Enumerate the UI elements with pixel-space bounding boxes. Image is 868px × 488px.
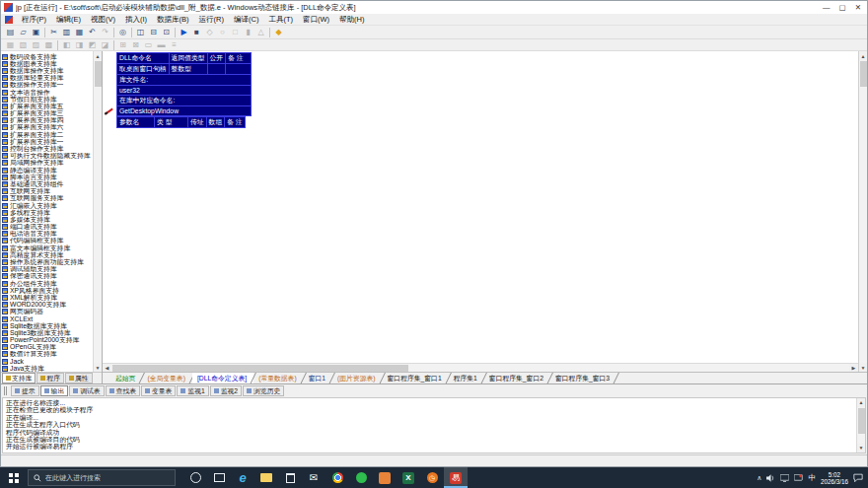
corner-tool-icon[interactable]: ◩ <box>86 39 99 51</box>
run-icon[interactable]: ▶ <box>178 27 190 38</box>
scroll-thumb[interactable] <box>112 365 408 372</box>
editor-tab[interactable]: (全局变量表) <box>142 373 192 383</box>
library-item[interactable]: Sqlite3数据库支持库 <box>2 329 92 336</box>
scroll-right-icon[interactable]: ▶ <box>849 364 858 373</box>
output-tab[interactable]: 监视1 <box>177 385 208 396</box>
library-item[interactable]: 数值计算支持库 <box>2 351 92 358</box>
cascade-windows-icon[interactable]: ⊡ <box>160 27 173 38</box>
editor-tab[interactable]: 起始页 <box>110 373 142 383</box>
library-item[interactable]: 数据库轻量支持库 <box>2 75 92 82</box>
library-item[interactable]: OPenGL支持库 <box>2 344 92 351</box>
library-item[interactable]: 基础通讯支持组件 <box>2 180 92 187</box>
public-cell[interactable] <box>207 64 226 75</box>
library-item[interactable]: 网页编码器 <box>2 309 92 315</box>
editor-tab[interactable]: 窗口程序集_窗口2 <box>484 373 550 383</box>
output-tab[interactable]: 输出 <box>40 385 69 396</box>
tray-clock[interactable]: 5:02 2026/3/16 <box>821 471 848 485</box>
save-icon[interactable]: ▣ <box>30 27 42 38</box>
menu-item[interactable]: 编辑(E) <box>51 15 86 25</box>
library-item[interactable]: 电话语音支持库 <box>2 231 92 238</box>
library-item[interactable]: 数据库操作支持库 <box>2 67 92 74</box>
taskbar-app[interactable]: X <box>397 467 420 488</box>
find-icon[interactable]: ◎ <box>116 27 129 38</box>
library-item[interactable]: 互联网服务支持库 <box>2 195 92 202</box>
grid-tool-icon[interactable]: ▧ <box>17 39 30 51</box>
library-item[interactable]: 局域网操作支持库 <box>2 160 92 167</box>
library-item[interactable]: PowerPoint2000支持库 <box>2 337 92 344</box>
library-item[interactable]: 互联网支持库 <box>2 188 92 195</box>
editor-vertical-scrollbar[interactable]: ▲ ▼ <box>858 51 867 372</box>
menu-item[interactable]: 插入(I) <box>120 15 152 25</box>
taskbar-app[interactable] <box>326 467 349 488</box>
step-into-icon[interactable]: ○ <box>216 27 229 38</box>
action-center-icon[interactable] <box>853 473 863 482</box>
open-file-icon[interactable]: ▱ <box>17 27 30 38</box>
output-tab[interactable]: 监视2 <box>210 385 242 396</box>
editor-tab[interactable]: (图片资源表) <box>332 373 383 383</box>
editor-tab[interactable]: (常量数据表) <box>253 373 304 383</box>
library-item[interactable]: Sqlite数据库支持库 <box>2 322 92 329</box>
library-item[interactable]: XP风格界面支持 <box>2 287 92 294</box>
sidebar-tab[interactable]: 属性 <box>65 373 93 383</box>
undo-icon[interactable]: ↶ <box>86 27 99 38</box>
library-item[interactable]: 多线程支持库 <box>2 209 92 216</box>
library-item[interactable]: 扩展界面支持库三 <box>2 110 92 117</box>
library-item[interactable]: 节假日期支持库 <box>2 96 92 103</box>
ime-indicator[interactable]: 中 <box>808 473 816 483</box>
taskbar-app[interactable] <box>373 467 397 488</box>
taskbar-app[interactable] <box>183 467 207 488</box>
tile-vertical-icon[interactable]: ⊟ <box>147 27 160 38</box>
volume-icon[interactable] <box>766 474 775 482</box>
taskbar-app[interactable] <box>254 467 278 488</box>
library-item[interactable]: 扩展界面支持库五 <box>2 103 92 109</box>
output-tab[interactable]: 调试表 <box>69 385 104 396</box>
library-item[interactable]: 调试辅助支持库 <box>2 266 92 273</box>
breakpoint-icon[interactable]: △ <box>254 27 267 38</box>
output-tab[interactable]: 提示 <box>11 385 39 396</box>
minimize-button[interactable]: — <box>823 2 831 13</box>
menu-item[interactable]: 视图(V) <box>86 15 120 25</box>
library-item[interactable]: 数据操作支持库一 <box>2 82 92 89</box>
editor-tab[interactable]: 窗口程序集_窗口3 <box>550 373 616 383</box>
delete-row-icon[interactable]: ⊠ <box>129 39 142 51</box>
insert-row-icon[interactable]: ⊞ <box>116 39 129 51</box>
maximize-button[interactable]: ▢ <box>839 2 846 13</box>
library-item[interactable]: 数码设备支持库 <box>2 53 92 60</box>
half-left-icon[interactable]: ◧ <box>60 39 73 51</box>
pause-icon[interactable]: ▮ <box>242 27 254 38</box>
taskbar-app[interactable] <box>278 467 302 488</box>
scroll-down-icon[interactable]: ▼ <box>859 363 868 372</box>
scroll-thumb[interactable] <box>860 61 867 87</box>
menu-item[interactable]: 帮助(H) <box>334 15 369 25</box>
taskbar-app[interactable]: ◷ <box>420 467 444 488</box>
menu-item[interactable]: 数据库(B) <box>152 15 194 25</box>
library-item[interactable]: 可执行文件数据隐藏支持库 <box>2 153 92 160</box>
scroll-down-icon[interactable]: ▼ <box>857 444 866 453</box>
menu-item[interactable]: 运行(R) <box>194 15 229 25</box>
library-item[interactable]: 扩展界面支持库六 <box>2 124 92 131</box>
editor-tab[interactable]: 窗口程序集_窗口1 <box>383 373 449 383</box>
hidden-icons-chevron[interactable]: ∧ <box>757 474 761 482</box>
cut-icon[interactable]: ✂ <box>47 27 60 38</box>
library-item[interactable]: 端口通讯支持库 <box>2 224 92 231</box>
library-item[interactable]: WORD2000支持库 <box>2 302 92 309</box>
output-tab[interactable]: 查找表 <box>106 385 140 396</box>
taskbar-app[interactable]: e <box>231 467 254 488</box>
shade-tool-icon[interactable]: ▨ <box>30 39 42 51</box>
library-item[interactable]: Jack <box>2 358 92 365</box>
scroll-up-icon[interactable]: ▲ <box>859 51 868 60</box>
editor-tab[interactable]: [DLL命令定义表] <box>192 373 253 383</box>
comment-cell[interactable] <box>226 64 252 75</box>
scroll-thumb[interactable] <box>858 408 865 434</box>
command-name-cell[interactable]: 取桌面窗口句柄 <box>117 64 170 75</box>
library-item[interactable]: 数据图表支持库 <box>2 60 92 67</box>
library-item[interactable]: 富文本编辑框支持库 <box>2 244 92 251</box>
library-item[interactable]: 办公组件支持库 <box>2 280 92 287</box>
api-name-value[interactable]: GetDesktopWindow <box>117 106 252 116</box>
copy-icon[interactable]: ▥ <box>60 27 73 38</box>
output-tab[interactable]: 浏览历史 <box>243 385 284 396</box>
step-over-icon[interactable]: ◇ <box>203 27 216 38</box>
menu-item[interactable]: 程序(P) <box>17 15 51 25</box>
bar-tool-icon[interactable]: ▭ <box>142 39 155 51</box>
scroll-down-icon[interactable]: ▼ <box>94 363 103 372</box>
